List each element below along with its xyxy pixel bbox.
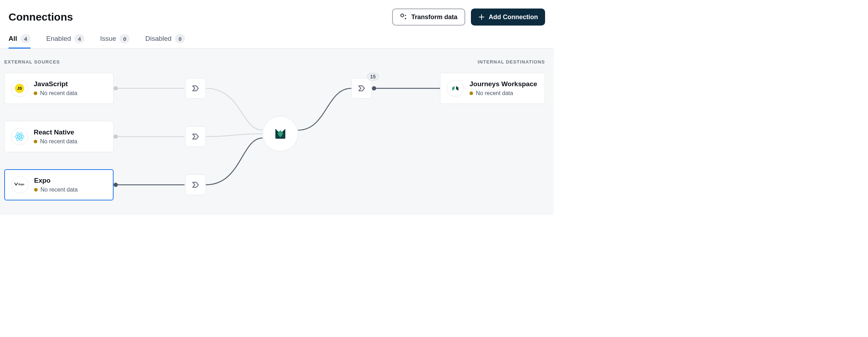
source-title: React Native xyxy=(34,128,77,136)
rules-node[interactable] xyxy=(185,175,206,195)
transform-icon xyxy=(400,13,408,21)
page-title: Connections xyxy=(9,11,73,23)
destination-status: No recent data xyxy=(469,90,537,96)
svg-text:Expo: Expo xyxy=(18,183,24,186)
tab-count-badge: 0 xyxy=(175,34,185,43)
rules-node[interactable] xyxy=(185,126,206,147)
tab-count-badge: 4 xyxy=(21,34,31,43)
tab-label: Disabled xyxy=(145,35,171,43)
tab-label: Issue xyxy=(100,35,116,43)
source-card-react-native[interactable]: React Native No recent data xyxy=(4,121,114,152)
source-card-javascript[interactable]: JS JavaScript No recent data xyxy=(4,73,114,104)
tab-count-badge: 4 xyxy=(75,34,84,43)
source-status: No recent data xyxy=(34,90,77,96)
plus-icon xyxy=(478,13,485,21)
status-dot-icon xyxy=(34,140,37,143)
source-title: JavaScript xyxy=(34,80,77,88)
source-status-text: No recent data xyxy=(40,187,78,193)
tab-all[interactable]: All 4 xyxy=(9,34,31,48)
tab-disabled[interactable]: Disabled 0 xyxy=(145,34,185,48)
transform-data-label: Transform data xyxy=(411,13,457,21)
source-status: No recent data xyxy=(34,187,78,193)
expo-icon: Expo xyxy=(11,176,28,193)
header-actions: Transform data Add Connection xyxy=(392,9,545,26)
source-status-text: No recent data xyxy=(40,138,77,145)
svg-point-1 xyxy=(405,18,406,20)
add-connection-label: Add Connection xyxy=(489,13,538,21)
journeys-icon xyxy=(447,80,464,97)
destination-title: Journeys Workspace xyxy=(469,80,537,88)
rules-count-badge: 15 xyxy=(367,73,379,81)
status-dot-icon xyxy=(34,92,37,95)
connection-port xyxy=(372,86,376,90)
source-card-expo[interactable]: Expo Expo No recent data xyxy=(4,169,114,200)
tab-label: Enabled xyxy=(46,35,71,43)
source-status-text: No recent data xyxy=(40,90,77,96)
source-title: Expo xyxy=(34,177,78,184)
destination-status-text: No recent data xyxy=(476,90,513,96)
javascript-icon: JS xyxy=(11,80,28,97)
transform-data-button[interactable]: Transform data xyxy=(392,9,465,26)
rules-node[interactable] xyxy=(185,78,206,99)
rules-node[interactable] xyxy=(351,78,372,99)
internal-destinations-label: INTERNAL DESTINATIONS xyxy=(478,59,545,65)
tab-issue[interactable]: Issue 0 xyxy=(100,34,130,48)
tab-label: All xyxy=(9,35,17,43)
status-dot-icon xyxy=(34,188,38,192)
tab-count-badge: 0 xyxy=(120,34,130,43)
hub-node[interactable] xyxy=(263,116,298,151)
filter-tabs: All 4 Enabled 4 Issue 0 Disabled 0 xyxy=(0,26,554,49)
connection-port xyxy=(114,134,118,139)
destination-card-journeys[interactable]: Journeys Workspace No recent data xyxy=(440,73,545,104)
svg-point-2 xyxy=(405,15,406,16)
connection-port xyxy=(114,183,118,187)
connections-canvas: EXTERNAL SOURCES INTERNAL DESTINATIONS J… xyxy=(0,49,554,215)
svg-point-0 xyxy=(401,14,403,17)
svg-point-5 xyxy=(19,136,21,138)
add-connection-button[interactable]: Add Connection xyxy=(471,9,545,26)
source-status: No recent data xyxy=(34,138,77,145)
page-header: Connections Transform data Add Connectio… xyxy=(0,0,554,26)
connection-port xyxy=(114,86,118,90)
status-dot-icon xyxy=(469,92,473,95)
external-sources-label: EXTERNAL SOURCES xyxy=(4,59,60,65)
react-icon xyxy=(11,128,28,145)
tab-enabled[interactable]: Enabled 4 xyxy=(46,34,84,48)
